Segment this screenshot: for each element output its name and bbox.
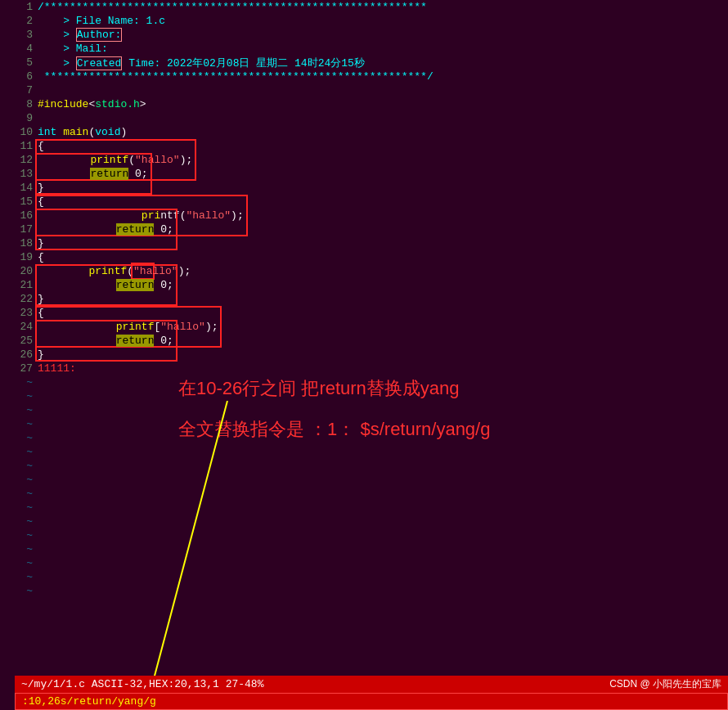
- tilde-line: ~: [15, 445, 728, 459]
- status-bar-bottom: :10,26s/return/yang/g: [15, 693, 728, 710]
- status-right: CSDN @ 小阳先生的宝库: [609, 677, 721, 691]
- code-line-1: 1 /*************************************…: [15, 0, 728, 14]
- code-line-13: 13 return 0;: [15, 167, 728, 181]
- editor-area: 1 /*************************************…: [15, 0, 728, 710]
- code-line-6: 6 **************************************…: [15, 70, 728, 83]
- annotation-area: 在10-26行之间 把return替换成yang 全文替换指令是 ：1： $s/…: [178, 376, 669, 442]
- annotation-line1: 在10-26行之间 把return替换成yang: [178, 376, 669, 401]
- code-line-9: 9: [15, 111, 728, 125]
- code-line-5: 5 > Created Time: 2022年02月08日 星期二 14时24分…: [15, 56, 728, 70]
- tilde-line: ~: [15, 459, 728, 473]
- code-line-17: 17 return 0;: [15, 222, 728, 236]
- code-line-27: 27 11111:: [15, 362, 728, 375]
- code-line-25: 25 return 0;: [15, 334, 728, 348]
- status-file-info: ~/my/1/1.c ASCII-32,HEX:20,13,1 27-48%: [21, 678, 263, 690]
- code-line-3: 3 > Author:: [15, 28, 728, 42]
- annotation-line2: 全文替换指令是 ：1： $s/return/yang/g: [178, 417, 669, 442]
- tilde-line: ~: [15, 570, 728, 584]
- code-line-4: 4 > Mail:: [15, 42, 728, 56]
- tilde-line: ~: [15, 473, 728, 487]
- tilde-line: ~: [15, 501, 728, 515]
- code-line-8: 8 #include<stdio.h>: [15, 97, 728, 111]
- code-line-21: 21 return 0;: [15, 278, 728, 292]
- status-bar-top: ~/my/1/1.c ASCII-32,HEX:20,13,1 27-48% C…: [15, 676, 728, 693]
- tilde-line: ~: [15, 556, 728, 570]
- tilde-line: ~: [15, 584, 728, 598]
- status-bar: ~/my/1/1.c ASCII-32,HEX:20,13,1 27-48% C…: [15, 676, 728, 710]
- tilde-line: ~: [15, 528, 728, 542]
- code-area: 1 /*************************************…: [15, 0, 728, 676]
- tilde-line: ~: [15, 487, 728, 501]
- code-line-7: 7: [15, 83, 728, 97]
- status-command: :10,26s/return/yang/g: [22, 695, 156, 708]
- code-line-10: 10 int main(void): [15, 125, 728, 139]
- tilde-line: ~: [15, 542, 728, 556]
- tilde-line: ~: [15, 515, 728, 528]
- code-line-2: 2 > File Name: 1.c: [15, 14, 728, 28]
